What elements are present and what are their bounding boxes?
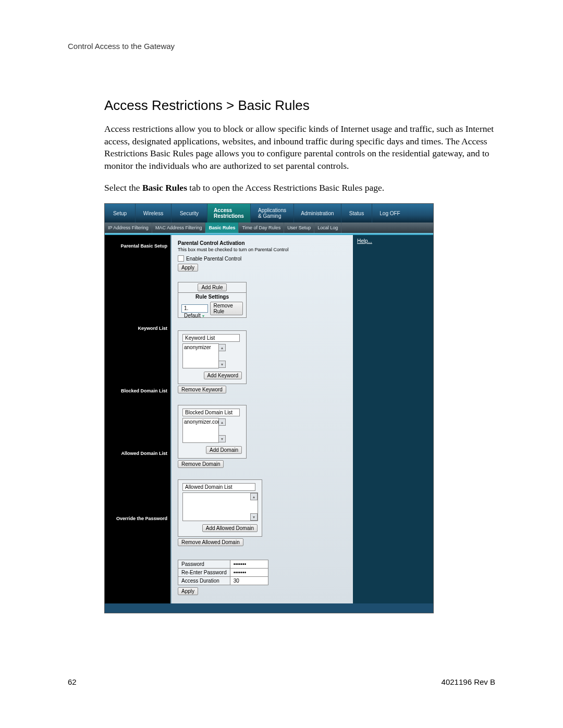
add-allowed-domain-button[interactable]: Add Allowed Domain — [202, 524, 258, 532]
scroll-down-icon[interactable]: ▾ — [218, 435, 226, 442]
tab-administration[interactable]: Administration — [294, 204, 341, 223]
scroll-up-icon[interactable]: ▴ — [218, 418, 226, 426]
tab-wireless[interactable]: Wireless — [136, 204, 172, 223]
help-link[interactable]: Help... — [357, 238, 372, 244]
rule-settings-title: Rule Settings — [178, 292, 246, 300]
keyword-list-input[interactable]: Keyword List — [182, 334, 240, 342]
label-parental-basic: Parental Basic Setup — [105, 243, 167, 249]
instruction-paragraph: Select the Basic Rules tab to open the A… — [104, 182, 495, 194]
chevron-down-icon: ▾ — [202, 314, 204, 318]
parental-apply-button[interactable]: Apply — [178, 264, 198, 272]
main-content-column: Parental Control Activation This box mus… — [170, 235, 353, 603]
router-ui-screenshot: Setup Wireless Security Access Restricti… — [104, 203, 434, 613]
add-rule-button[interactable]: Add Rule — [198, 283, 226, 291]
tab-access-restrictions[interactable]: Access Restrictions — [207, 204, 251, 223]
password-apply-button[interactable]: Apply — [178, 587, 198, 595]
keyword-listbox[interactable]: anonymizer ▴ ▾ — [182, 343, 219, 368]
label-blocked-domain: Blocked Domain List — [105, 388, 167, 393]
section-title: Access Restrictions > Basic Rules — [104, 97, 495, 114]
router-footer-bar — [105, 603, 433, 613]
remove-keyword-button[interactable]: Remove Keyword — [178, 386, 226, 393]
enable-parental-label: Enable Parental Control — [186, 256, 241, 262]
password-label: Password — [178, 560, 230, 569]
intro-paragraph: Access restrictions allow you to block o… — [104, 123, 495, 172]
allowed-domain-input[interactable]: Allowed Domain List — [182, 483, 255, 491]
access-duration-label: Access Duration — [178, 577, 230, 585]
scroll-down-icon[interactable]: ▾ — [218, 361, 226, 368]
subtab-mac-filtering[interactable]: MAC Address Filtering — [152, 223, 206, 233]
scroll-up-icon[interactable]: ▴ — [218, 344, 226, 351]
password-field[interactable]: ••••••• — [230, 560, 268, 569]
subtab-basic-rules[interactable]: Basic Rules — [205, 223, 239, 233]
scroll-down-icon[interactable]: ▾ — [250, 513, 258, 521]
allowed-domain-listbox[interactable]: ▴ ▾ — [182, 492, 258, 521]
blocked-domain-input[interactable]: Blocked Domain List — [182, 409, 240, 416]
access-duration-field[interactable]: 30 — [230, 577, 268, 585]
reenter-password-field[interactable]: ••••••• — [230, 569, 268, 577]
rule-select[interactable]: 1. Default▾ — [181, 304, 208, 313]
add-keyword-button[interactable]: Add Keyword — [204, 372, 242, 379]
enable-parental-checkbox[interactable] — [178, 255, 184, 262]
tab-logoff[interactable]: Log OFF — [372, 204, 408, 223]
tab-applications-gaming[interactable]: Applications & Gaming — [251, 204, 294, 223]
sub-tabs: IP Address Filtering MAC Address Filteri… — [105, 223, 433, 233]
doc-revision: 4021196 Rev B — [442, 677, 495, 686]
blocked-domain-listbox[interactable]: anonymizer.com ▴ ▾ — [182, 418, 219, 443]
subtab-local-log[interactable]: Local Log — [314, 223, 341, 233]
tab-security[interactable]: Security — [172, 204, 207, 223]
label-override-password: Override the Password — [105, 516, 167, 521]
parental-activation-note: This box must be checked to turn on Pare… — [178, 247, 349, 252]
label-allowed-domain: Allowed Domain List — [105, 451, 167, 456]
tab-status[interactable]: Status — [341, 204, 372, 223]
parental-activation-title: Parental Control Activation — [178, 240, 349, 246]
remove-domain-button[interactable]: Remove Domain — [178, 460, 224, 468]
page-header: Control Access to the Gateway — [68, 42, 495, 51]
password-table: Password ••••••• Re-Enter Password •••••… — [178, 560, 268, 585]
tab-setup[interactable]: Setup — [105, 204, 136, 223]
subtab-user-setup[interactable]: User Setup — [284, 223, 314, 233]
remove-rule-button[interactable]: Remove Rule — [210, 302, 243, 315]
label-keyword-list: Keyword List — [105, 326, 167, 331]
scroll-up-icon[interactable]: ▴ — [250, 493, 258, 500]
remove-allowed-domain-button[interactable]: Remove Allowed Domain — [178, 538, 243, 546]
page-number: 62 — [68, 677, 77, 686]
help-column: Help... — [353, 235, 433, 603]
subtab-time-of-day[interactable]: Time of Day Rules — [239, 223, 284, 233]
left-label-column: Parental Basic Setup Keyword List Blocke… — [105, 235, 170, 603]
add-domain-button[interactable]: Add Domain — [206, 446, 242, 454]
main-tabs: Setup Wireless Security Access Restricti… — [105, 204, 433, 223]
reenter-password-label: Re-Enter Password — [178, 569, 230, 577]
subtab-ip-filtering[interactable]: IP Address Filtering — [105, 223, 152, 233]
